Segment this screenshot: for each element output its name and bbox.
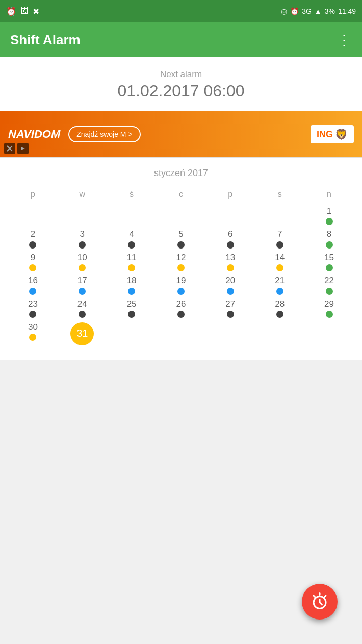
calendar-week-row: 23242526272829 [8, 297, 354, 320]
weekday-label: ś [107, 187, 157, 204]
day-number: 8 [304, 229, 354, 239]
status-bar: ⏰ 🖼 ✖ ◎ ⏰ 3G ▲ 3% 11:49 [0, 0, 362, 22]
calendar-day-cell[interactable]: 2 [8, 227, 58, 250]
calendar-day-cell[interactable]: 10 [58, 251, 107, 274]
calendar-day-cell[interactable]: 4 [107, 227, 157, 250]
ad-info-button[interactable] [17, 143, 29, 154]
calendar-card: styczeń 2017 pwścpsn 1234567891011121314… [0, 157, 362, 360]
calendar-day-cell[interactable]: 18 [107, 274, 157, 296]
calendar-day-cell[interactable]: 21 [255, 274, 304, 296]
calendar-day-cell [205, 204, 255, 227]
calendar-week-row: 1 [8, 204, 354, 227]
calendar-day-cell[interactable]: 13 [205, 251, 255, 274]
calendar-day-cell[interactable]: 20 [205, 274, 255, 296]
calendar-day-cell[interactable]: 25 [107, 297, 157, 320]
day-dot [326, 311, 333, 318]
day-dot [29, 288, 36, 295]
svg-marker-0 [21, 147, 25, 150]
calendar-day-cell[interactable]: 15 [304, 251, 354, 274]
calendar-day-cell[interactable]: 26 [157, 297, 206, 320]
time-label: 11:49 [338, 7, 356, 15]
day-dot [326, 288, 333, 295]
day-dot [79, 241, 86, 249]
calendar-day-cell[interactable]: 1 [304, 204, 354, 227]
day-dot [128, 311, 135, 318]
calendar-day-cell[interactable]: 31 [58, 320, 107, 348]
next-alarm-label: Next alarm [0, 69, 362, 80]
overflow-menu-button[interactable]: ⋮ [337, 32, 352, 48]
cancel-status-icon: ✖ [33, 7, 39, 16]
day-number: 7 [255, 229, 304, 239]
day-number: 29 [304, 299, 354, 309]
ad-partner: ING 🦁 [311, 125, 354, 143]
day-dot [79, 311, 86, 318]
calendar-day-cell[interactable]: 11 [107, 251, 157, 274]
calendar-day-cell [304, 320, 354, 348]
calendar-day-cell[interactable]: 30 [8, 320, 58, 348]
weekday-label: p [205, 187, 255, 204]
calendar-day-cell[interactable]: 6 [205, 227, 255, 250]
calendar-day-cell[interactable]: 23 [8, 297, 58, 320]
calendar-day-cell[interactable]: 8 [304, 227, 354, 250]
day-dot [177, 241, 185, 249]
day-dot [227, 311, 234, 318]
status-bar-left: ⏰ 🖼 ✖ [6, 7, 39, 16]
day-number: 19 [157, 276, 206, 286]
calendar-day-cell[interactable]: 5 [157, 227, 206, 250]
weekday-header: pwścpsn [8, 187, 354, 204]
day-number: 14 [255, 253, 304, 263]
day-dot [29, 334, 36, 341]
day-dot [79, 264, 86, 271]
calendar-day-cell [58, 204, 107, 227]
calendar-day-cell[interactable]: 27 [205, 297, 255, 320]
calendar-day-cell[interactable]: 17 [58, 274, 107, 296]
day-number: 3 [58, 229, 107, 239]
image-status-icon: 🖼 [20, 7, 29, 16]
day-number: 6 [205, 229, 255, 239]
calendar-week-row: 2345678 [8, 227, 354, 250]
day-number: 28 [255, 299, 304, 309]
bottom-space [0, 360, 362, 401]
weekday-label: p [8, 187, 58, 204]
ad-banner[interactable]: NAVIDOM Znajdź swoje M > ING 🦁 [0, 111, 362, 157]
calendar-day-cell[interactable]: 7 [255, 227, 304, 250]
weekday-label: n [304, 187, 354, 204]
day-number: 4 [107, 229, 157, 239]
day-number: 1 [304, 206, 354, 216]
calendar-day-cell[interactable]: 12 [157, 251, 206, 274]
day-dot [276, 241, 283, 249]
day-number: 24 [58, 299, 107, 309]
calendar-day-cell [157, 204, 206, 227]
ad-cta-button[interactable]: Znajdź swoje M > [68, 126, 140, 142]
day-number: 27 [205, 299, 255, 309]
day-dot [227, 264, 234, 271]
day-number: 15 [304, 253, 354, 263]
calendar-day-cell[interactable]: 24 [58, 297, 107, 320]
ad-controls[interactable] [4, 143, 29, 154]
ad-content: NAVIDOM Znajdź swoje M > ING 🦁 [0, 111, 362, 157]
calendar-day-cell[interactable]: 19 [157, 274, 206, 296]
weekday-label: c [157, 187, 206, 204]
day-dot [276, 311, 283, 318]
calendar-day-cell[interactable]: 14 [255, 251, 304, 274]
calendar-day-cell[interactable]: 9 [8, 251, 58, 274]
day-dot [29, 264, 36, 271]
day-number: 26 [157, 299, 206, 309]
set-alarm-fab[interactable] [302, 584, 338, 620]
calendar-month-label: styczeń 2017 [8, 168, 354, 179]
calendar-day-cell [157, 320, 206, 348]
weekday-label: s [255, 187, 304, 204]
calendar-day-cell[interactable]: 16 [8, 274, 58, 296]
ad-close-button[interactable] [4, 143, 15, 154]
calendar-day-cell [255, 320, 304, 348]
day-dot [128, 288, 135, 295]
calendar-day-cell [107, 320, 157, 348]
calendar-day-cell[interactable]: 28 [255, 297, 304, 320]
ing-lion-icon: 🦁 [335, 128, 348, 140]
day-number: 12 [157, 253, 206, 263]
calendar-day-cell[interactable]: 3 [58, 227, 107, 250]
calendar-day-cell [8, 204, 58, 227]
calendar-day-cell[interactable]: 29 [304, 297, 354, 320]
calendar-day-cell[interactable]: 22 [304, 274, 354, 296]
calendar-week-row: 9101112131415 [8, 251, 354, 274]
